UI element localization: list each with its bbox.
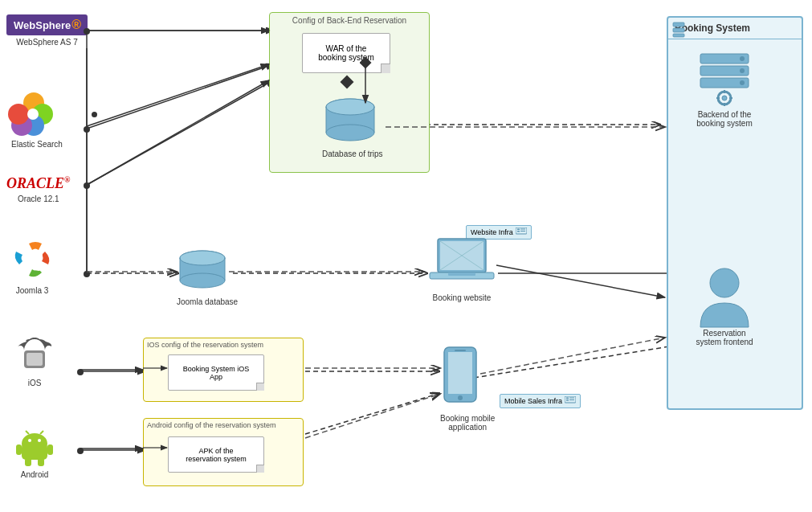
diamond-connector xyxy=(341,76,354,89)
frontend-label: Reservation system frontend xyxy=(692,329,757,346)
joomla-db: Joomla database xyxy=(177,249,238,306)
backend-config-title: Config of Back-End Reservation xyxy=(270,13,429,28)
website-infra-icon xyxy=(516,227,527,237)
diagram: WebSphere® WebSphere AS 7 Elastic Search… xyxy=(0,0,812,512)
ios-config-title: IOS config of the reservation system xyxy=(144,338,303,351)
svg-point-18 xyxy=(23,262,31,270)
joomla-logo: Joomla 3 xyxy=(10,237,55,295)
svg-rect-64 xyxy=(520,231,525,231)
svg-point-41 xyxy=(740,56,745,61)
svg-rect-51 xyxy=(673,23,684,27)
mobile-infra-badge: Mobile Sales Infra xyxy=(500,394,581,408)
oracle-logo: ORACLE® Oracle 12.1 xyxy=(6,175,71,203)
server-small-icon xyxy=(672,22,685,39)
svg-point-50 xyxy=(710,268,739,297)
svg-point-34 xyxy=(326,125,374,141)
android-connector-dot xyxy=(77,448,84,454)
svg-rect-53 xyxy=(673,34,684,37)
svg-rect-28 xyxy=(16,444,22,455)
android-logo: Android xyxy=(14,426,55,479)
mobile-infra-icon xyxy=(565,396,576,406)
ios-config-box: IOS config of the reservation system Boo… xyxy=(143,338,304,402)
petal-center xyxy=(27,109,39,120)
websphere-label: WebSphere AS 7 xyxy=(6,38,88,47)
android-label: Android xyxy=(14,470,55,479)
svg-point-43 xyxy=(740,80,745,85)
svg-rect-30 xyxy=(25,458,31,466)
websphere-logo: WebSphere® WebSphere AS 7 xyxy=(6,14,88,47)
svg-rect-61 xyxy=(517,229,520,231)
oracle-label: Oracle 12.1 xyxy=(6,195,71,203)
svg-rect-77 xyxy=(566,399,569,401)
svg-point-35 xyxy=(326,99,374,115)
svg-line-13 xyxy=(474,346,675,378)
petal-red xyxy=(8,104,29,125)
oracle-connector-dot xyxy=(84,182,90,189)
android-config-box: Android config of the reservation system… xyxy=(143,418,304,486)
websphere-badge: WebSphere® xyxy=(6,14,88,35)
svg-rect-72 xyxy=(448,352,472,394)
svg-point-17 xyxy=(34,261,43,271)
booking-website-label: Booking website xyxy=(426,293,498,302)
svg-rect-29 xyxy=(47,444,53,455)
frontend-person: Reservation system frontend xyxy=(692,267,757,346)
ios-label: iOS xyxy=(16,379,53,387)
connector-dot xyxy=(92,112,97,117)
mobile-app-label: Booking mobile application xyxy=(440,414,495,432)
elastic-search-logo: Elastic Search xyxy=(11,92,63,149)
svg-line-91 xyxy=(480,338,665,374)
svg-point-73 xyxy=(458,395,463,400)
svg-point-19 xyxy=(35,251,43,259)
elastic-connector-dot xyxy=(84,126,90,133)
joomla-connector-dot xyxy=(84,271,90,277)
svg-point-45 xyxy=(722,96,727,100)
backend-config-box: Config of Back-End Reservation WAR of th… xyxy=(269,12,430,173)
svg-rect-52 xyxy=(673,28,684,32)
svg-point-25 xyxy=(38,439,41,442)
svg-line-27 xyxy=(40,431,43,434)
booking-website: Booking website xyxy=(426,237,498,302)
svg-rect-79 xyxy=(569,399,574,400)
svg-line-90 xyxy=(305,394,440,438)
ios-logo: iOS xyxy=(16,338,53,387)
svg-rect-70 xyxy=(448,272,475,276)
svg-rect-23 xyxy=(22,444,47,460)
svg-point-24 xyxy=(28,439,31,442)
svg-line-85 xyxy=(496,265,665,297)
backend-server: Backend of the booking system xyxy=(692,50,757,128)
booking-system-box: Booking System Backend xyxy=(667,16,803,410)
svg-rect-62 xyxy=(517,231,520,232)
war-document: WAR of the booking system xyxy=(302,33,390,73)
oracle-text: ORACLE® xyxy=(6,175,71,192)
ios-app-document: Booking System iOS App xyxy=(168,354,264,391)
apk-document: APK of the reservation system xyxy=(168,436,264,473)
booking-system-title: Booking System xyxy=(668,18,802,39)
svg-rect-76 xyxy=(566,398,569,399)
backend-label: Backend of the booking system xyxy=(692,110,757,128)
mobile-infra-label: Mobile Sales Infra xyxy=(504,397,562,405)
ws-connector-dot xyxy=(84,28,90,35)
svg-line-12 xyxy=(305,394,438,434)
svg-point-56 xyxy=(180,273,225,288)
svg-line-2 xyxy=(87,64,273,129)
joomla-db-label: Joomla database xyxy=(177,297,238,306)
elastic-label: Elastic Search xyxy=(11,140,63,149)
website-infra-label: Website Infra xyxy=(471,228,513,236)
svg-rect-21 xyxy=(27,353,43,366)
ios-connector-dot xyxy=(77,369,84,375)
svg-point-42 xyxy=(740,68,745,73)
svg-rect-74 xyxy=(455,350,466,351)
svg-rect-78 xyxy=(569,398,574,399)
svg-line-26 xyxy=(26,431,29,434)
svg-rect-31 xyxy=(38,458,44,466)
android-config-title: Android config of the reservation system xyxy=(144,419,303,432)
svg-rect-63 xyxy=(520,229,525,230)
svg-line-3 xyxy=(87,80,273,185)
trips-db: Database of trips xyxy=(322,97,383,158)
booking-mobile-app: Booking mobile application xyxy=(440,346,495,432)
svg-point-57 xyxy=(180,251,225,265)
joomla-label: Joomla 3 xyxy=(10,286,55,295)
trips-db-label: Database of trips xyxy=(322,150,383,158)
